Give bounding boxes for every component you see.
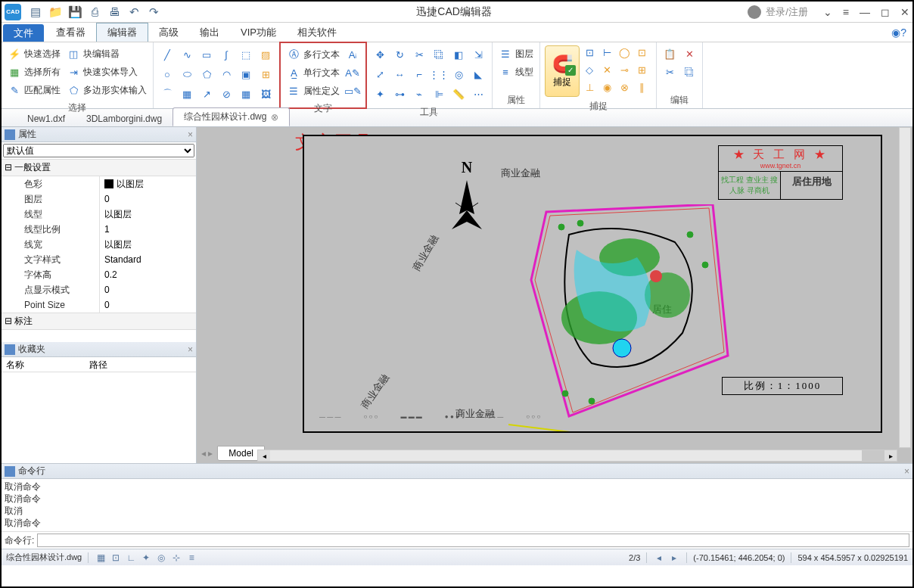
print-icon[interactable]: 🖶 <box>107 5 121 19</box>
menu-icon[interactable]: ≡ <box>843 6 849 18</box>
close-icon[interactable]: ✕ <box>900 6 909 18</box>
arc-icon[interactable]: ◠ <box>217 65 235 83</box>
xline-icon[interactable]: ⊘ <box>217 85 235 103</box>
props-close-icon[interactable]: × <box>188 129 193 140</box>
status-osnap-icon[interactable]: ◎ <box>155 552 167 564</box>
mirror-icon[interactable]: ◧ <box>449 45 468 64</box>
prop-row[interactable]: 线型以图层 <box>2 207 196 222</box>
quick-select[interactable]: ⚡快速选择 <box>6 45 62 62</box>
status-track-icon[interactable]: ⊹ <box>170 552 182 564</box>
filetab-2[interactable]: 综合性园林设计.dwg⊗ <box>173 107 290 126</box>
snap-button[interactable]: 🧲✓ 捕捉 <box>545 45 580 97</box>
scale-icon[interactable]: ⤢ <box>371 65 389 83</box>
menu-file[interactable]: 文件 <box>3 24 44 42</box>
copy-icon[interactable]: ⿻ <box>430 45 448 64</box>
snap-mid-icon[interactable]: ⊢ <box>600 45 617 62</box>
help-icon[interactable]: ◉? <box>891 23 906 42</box>
filetab-0[interactable]: New1.dxf <box>17 111 76 126</box>
cmd-close-icon[interactable]: × <box>904 466 909 477</box>
favorites-close-icon[interactable]: × <box>188 344 193 355</box>
fillet-icon[interactable]: ⌐ <box>410 65 428 83</box>
feedback-icon[interactable]: ⌄ <box>823 6 832 18</box>
measure-icon[interactable]: 📏 <box>449 85 468 103</box>
canvas[interactable]: —▢× 文字工具 N ★ 天 工 网 ★www.tgnet.cn 找工程 查业主… <box>197 127 912 463</box>
snap-per-icon[interactable]: ⊥ <box>583 80 599 97</box>
chamfer-icon[interactable]: ◣ <box>469 65 487 83</box>
select-all[interactable]: ▦选择所有 <box>6 64 62 80</box>
paste-icon[interactable]: 📋 <box>661 45 678 62</box>
prop-row[interactable]: 线宽以图层 <box>2 237 196 252</box>
snap-par-icon[interactable]: ∥ <box>635 80 651 97</box>
text-edit-icon[interactable]: A✎ <box>344 64 361 81</box>
props-annotation[interactable]: ⊟ 标注 <box>2 313 196 330</box>
ray-icon[interactable]: ↗ <box>197 85 216 103</box>
status-prev-icon[interactable]: ◂ <box>653 552 665 564</box>
cut-icon[interactable]: ✂ <box>661 64 678 80</box>
snap-ins-icon[interactable]: ⊞ <box>635 63 651 79</box>
insert-icon[interactable]: ⊞ <box>256 65 275 83</box>
block-icon[interactable]: ▣ <box>237 65 255 83</box>
snap-end-icon[interactable]: ⊡ <box>583 45 599 62</box>
move-icon[interactable]: ✥ <box>371 45 389 64</box>
redo-icon[interactable]: ↷ <box>147 5 160 19</box>
polygon-icon[interactable]: ⬠ <box>197 65 216 83</box>
prop-row[interactable]: 点显示模式0 <box>2 282 196 297</box>
save-icon[interactable]: 💾 <box>68 5 82 19</box>
snap-cen-icon[interactable]: ◯ <box>617 45 634 62</box>
undo-icon[interactable]: ↶ <box>127 5 141 19</box>
attdef[interactable]: ☰属性定义 <box>285 82 341 99</box>
stretch-icon[interactable]: ↔ <box>390 65 409 83</box>
snap-int-icon[interactable]: ✕ <box>600 63 617 79</box>
maximize-icon[interactable]: ◻ <box>881 6 890 18</box>
saveas-icon[interactable]: ⎙ <box>88 5 101 19</box>
rect-icon[interactable]: ▭ <box>197 45 216 64</box>
layer-btn[interactable]: ☰图层 <box>497 45 535 62</box>
status-lwt-icon[interactable]: ≡ <box>185 552 197 564</box>
join-icon[interactable]: ⊶ <box>390 85 409 103</box>
cmd-input[interactable] <box>37 534 909 547</box>
trim-icon[interactable]: ✂ <box>410 45 428 64</box>
menu-output[interactable]: 输出 <box>189 23 230 42</box>
copy2-icon[interactable]: ⿻ <box>681 64 698 80</box>
status-grid-icon[interactable]: ▦ <box>95 552 107 564</box>
arc2-icon[interactable]: ⌒ <box>158 85 176 103</box>
poly-input[interactable]: ⬠多边形实体输入 <box>65 82 148 98</box>
user-login[interactable]: 登录/注册 <box>748 5 808 19</box>
align-icon[interactable]: ⊫ <box>430 85 448 103</box>
prop-row[interactable]: 文字样式Standard <box>2 252 196 267</box>
vscrollbar[interactable] <box>899 127 911 448</box>
image-icon[interactable]: 🖼 <box>256 85 275 103</box>
filetab-1[interactable]: 3DLamborgini.dwg <box>76 111 173 126</box>
snap-tan-icon[interactable]: ◉ <box>600 80 617 97</box>
text-style-icon[interactable]: Aᵢ <box>344 46 361 63</box>
status-snap-icon[interactable]: ⊡ <box>110 552 122 564</box>
block-editor[interactable]: ◫块编辑器 <box>65 45 148 62</box>
ellipse-icon[interactable]: ⬭ <box>178 65 196 83</box>
text-field-icon[interactable]: ▭✎ <box>344 82 361 99</box>
break-icon[interactable]: ⌁ <box>410 85 428 103</box>
prop-row[interactable]: 色彩以图层 <box>2 176 196 191</box>
snap-nea-icon[interactable]: ⊗ <box>617 80 634 97</box>
import-solid[interactable]: ⇥快速实体导入 <box>65 64 148 80</box>
array-icon[interactable]: ⋮⋮ <box>430 65 448 83</box>
open-icon[interactable]: 📁 <box>48 5 62 19</box>
region-icon[interactable]: ⬚ <box>237 45 255 64</box>
extend-icon[interactable]: ⇲ <box>469 45 487 64</box>
polyline-icon[interactable]: ∿ <box>178 45 196 64</box>
menu-viewer[interactable]: 查看器 <box>45 23 96 42</box>
menu-related[interactable]: 相关软件 <box>287 23 347 42</box>
explode-icon[interactable]: ✦ <box>371 85 389 103</box>
snap-qua-icon[interactable]: ◇ <box>583 63 599 79</box>
hscrollbar[interactable]: ◂▸ <box>257 450 897 462</box>
menu-vip[interactable]: VIP功能 <box>230 23 287 42</box>
point-icon[interactable]: ▦ <box>178 85 196 103</box>
minimize-icon[interactable]: — <box>860 6 870 18</box>
prop-row[interactable]: 字体高0.2 <box>2 267 196 282</box>
prop-row[interactable]: Point Size0 <box>2 297 196 313</box>
offset-icon[interactable]: ◎ <box>449 65 468 83</box>
divide-icon[interactable]: ⋯ <box>469 85 487 103</box>
prop-row[interactable]: 线型比例1 <box>2 222 196 237</box>
menu-advanced[interactable]: 高级 <box>148 23 189 42</box>
stext[interactable]: A̲单行文本 <box>285 64 341 81</box>
line-icon[interactable]: ╱ <box>158 45 176 64</box>
